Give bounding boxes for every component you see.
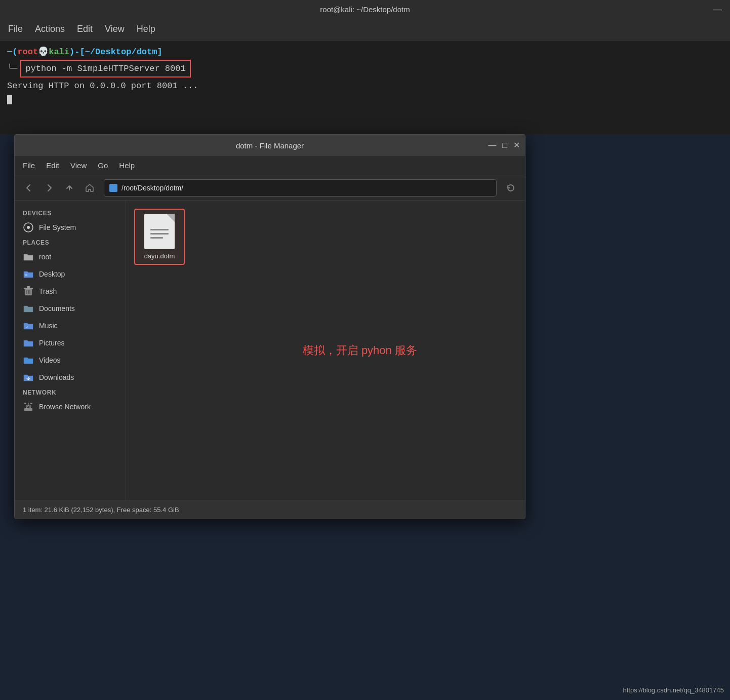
prompt-bracket-left: ─( — [7, 46, 17, 59]
fm-address-icon — [109, 184, 117, 192]
sidebar-item-downloads[interactable]: Downloads — [15, 369, 126, 386]
sidebar-item-documents[interactable]: Documents — [15, 300, 126, 317]
sidebar-label-desktop: Desktop — [39, 270, 65, 278]
sidebar-item-trash[interactable]: Trash — [15, 283, 126, 300]
terminal-menu-file[interactable]: File — [8, 24, 23, 34]
sidebar-label-videos: Videos — [39, 356, 61, 364]
file-icon-lines — [150, 229, 169, 239]
sidebar-label-downloads: Downloads — [39, 373, 74, 381]
fm-back-btn[interactable] — [20, 179, 38, 197]
terminal-output: Serving HTTP on 0.0.0.0 port 8001 ... — [7, 80, 723, 93]
network-icon — [23, 401, 34, 412]
filesystem-icon — [23, 222, 34, 233]
fm-home-btn[interactable] — [80, 179, 99, 197]
terminal-command-line: └─ python -m SimpleHTTPServer 8001 — [7, 60, 723, 78]
terminal-menu-edit[interactable]: Edit — [77, 24, 93, 34]
fm-menu-file[interactable]: File — [23, 161, 35, 170]
fm-statusbar-text: 1 item: 21.6 KiB (22,152 bytes), Free sp… — [23, 506, 179, 514]
sidebar-item-browse-network[interactable]: Browse Network — [15, 398, 126, 415]
prompt-host: kali — [49, 46, 69, 59]
prompt-bracket-right: ] — [157, 46, 162, 59]
sidebar-item-root[interactable]: root — [15, 248, 126, 265]
fm-forward-btn[interactable] — [40, 179, 58, 197]
terminal-titlebar: root@kali: ~/Desktop/dotm — — [0, 0, 730, 18]
svg-rect-15 — [24, 403, 26, 404]
sidebar-label-root: root — [39, 253, 51, 261]
trash-icon — [23, 286, 34, 297]
terminal-content: ─(root💀kali)-[~/Desktop/dotm] └─ python … — [0, 41, 730, 110]
fm-menu-edit[interactable]: Edit — [46, 161, 59, 170]
fm-menubar: File Edit View Go Help — [15, 156, 525, 175]
terminal-title: root@kali: ~/Desktop/dotm — [320, 5, 410, 14]
fm-minimize-btn[interactable]: — — [488, 141, 496, 149]
svg-rect-5 — [27, 286, 30, 288]
sidebar-label-browse-network: Browse Network — [39, 403, 91, 411]
fm-toolbar: /root/Desktop/dotm/ — [15, 175, 525, 201]
terminal-menu-view[interactable]: View — [105, 24, 125, 34]
fm-body: DEVICES File System PLACES roo — [15, 201, 525, 500]
file-line-1 — [150, 229, 169, 230]
fm-statusbar: 1 item: 21.6 KiB (22,152 bytes), Free sp… — [15, 500, 525, 519]
fm-close-btn[interactable]: ✕ — [513, 141, 520, 149]
prompt-dash: )-[ — [69, 46, 85, 59]
fm-menu-go[interactable]: Go — [98, 161, 108, 170]
svg-point-1 — [27, 226, 30, 229]
fm-sidebar: DEVICES File System PLACES roo — [15, 201, 126, 500]
sidebar-item-desktop[interactable]: Desktop — [15, 265, 126, 283]
prompt-path: ~/Desktop/dotm — [85, 46, 157, 59]
desktop-folder-icon — [23, 268, 34, 280]
downloads-icon — [23, 372, 34, 383]
sidebar-label-trash: Trash — [39, 287, 57, 295]
svg-rect-10 — [24, 408, 32, 411]
terminal-cursor — [7, 95, 12, 104]
terminal-menu-help[interactable]: Help — [137, 24, 155, 34]
file-manager-window: dotm - File Manager — □ ✕ File Edit View… — [14, 134, 525, 519]
fm-titlebar: dotm - File Manager — □ ✕ — [15, 135, 525, 156]
fm-title: dotm - File Manager — [236, 141, 304, 150]
fm-address-text: /root/Desktop/dotm/ — [121, 184, 183, 192]
file-line-2 — [150, 233, 169, 235]
prompt-user: root — [17, 46, 38, 59]
file-line-3 — [150, 237, 163, 239]
devices-header: DEVICES — [15, 207, 126, 219]
annotation-text: 模拟，开启 pyhon 服务 — [303, 343, 417, 358]
prompt-skull: 💀 — [38, 46, 49, 59]
svg-rect-16 — [30, 403, 32, 404]
videos-icon — [23, 355, 34, 366]
pictures-icon — [23, 337, 34, 348]
sidebar-item-videos[interactable]: Videos — [15, 352, 126, 369]
file-item-dayu-dotm[interactable]: dayu.dotm — [134, 209, 185, 265]
fm-window-controls: — □ ✕ — [488, 141, 520, 149]
sidebar-label-filesystem: File System — [39, 223, 76, 231]
sidebar-item-music[interactable]: ♪ Music — [15, 317, 126, 334]
network-header: NETWORK — [15, 386, 126, 398]
prompt-arrow: └─ — [7, 62, 17, 75]
file-name: dayu.dotm — [144, 252, 175, 260]
sidebar-item-pictures[interactable]: Pictures — [15, 334, 126, 352]
sidebar-label-documents: Documents — [39, 304, 75, 313]
terminal-window: root@kali: ~/Desktop/dotm — File Actions… — [0, 0, 730, 134]
root-folder-icon — [23, 251, 34, 262]
fm-menu-help[interactable]: Help — [119, 161, 135, 170]
sidebar-item-filesystem[interactable]: File System — [15, 219, 126, 236]
file-icon — [144, 214, 175, 249]
places-header: PLACES — [15, 236, 126, 248]
terminal-menu-actions[interactable]: Actions — [35, 24, 65, 34]
svg-text:♪: ♪ — [26, 324, 28, 329]
fm-up-btn[interactable] — [60, 179, 78, 197]
fm-address-bar[interactable]: /root/Desktop/dotm/ — [104, 179, 497, 197]
music-icon: ♪ — [23, 320, 34, 331]
fm-maximize-btn[interactable]: □ — [502, 141, 507, 149]
documents-icon — [23, 303, 34, 314]
terminal-command[interactable]: python -m SimpleHTTPServer 8001 — [20, 60, 190, 78]
fm-content: dayu.dotm 模拟，开启 pyhon 服务 — [126, 201, 525, 500]
terminal-prompt: ─(root💀kali)-[~/Desktop/dotm] — [7, 46, 723, 59]
svg-rect-2 — [25, 274, 27, 276]
fm-menu-view[interactable]: View — [70, 161, 87, 170]
sidebar-label-music: Music — [39, 322, 58, 330]
watermark: https://blog.csdn.net/qq_34801745 — [623, 686, 724, 694]
sidebar-label-pictures: Pictures — [39, 339, 65, 347]
fm-refresh-btn[interactable] — [502, 179, 520, 197]
svg-rect-4 — [24, 288, 33, 289]
terminal-minimize-btn[interactable]: — — [713, 4, 722, 15]
